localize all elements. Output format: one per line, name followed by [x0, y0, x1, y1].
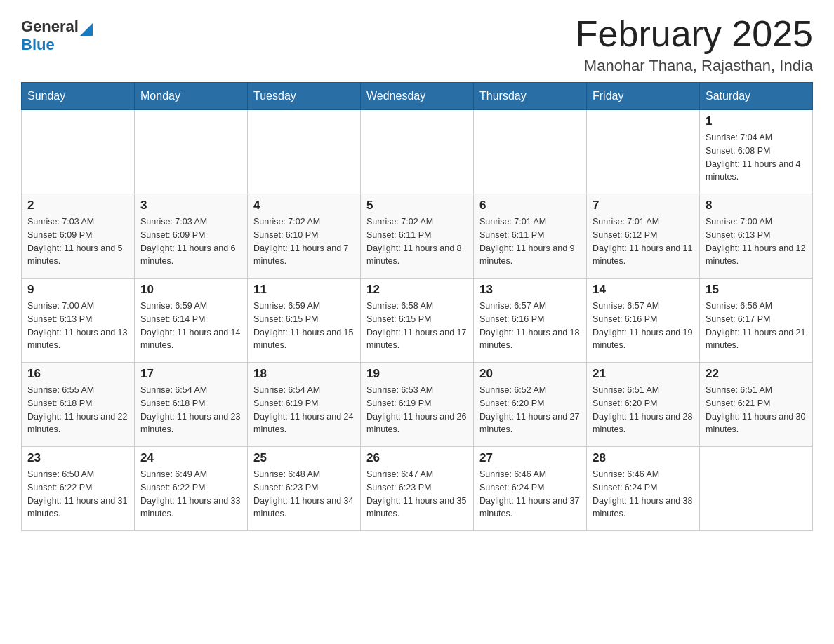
logo: General Blue	[21, 18, 93, 54]
svg-marker-0	[80, 23, 93, 36]
day-number: 21	[593, 367, 694, 381]
day-number: 27	[479, 451, 581, 465]
day-info: Sunrise: 6:53 AMSunset: 6:19 PMDaylight:…	[366, 384, 468, 436]
calendar-week-1: 1Sunrise: 7:04 AMSunset: 6:08 PMDaylight…	[22, 110, 813, 194]
day-number: 2	[27, 199, 128, 213]
day-number: 8	[706, 199, 807, 213]
header-tuesday: Tuesday	[248, 83, 361, 110]
day-info: Sunrise: 6:46 AMSunset: 6:24 PMDaylight:…	[479, 468, 581, 521]
day-number: 10	[140, 283, 241, 297]
calendar-cell-w3-d2: 11Sunrise: 6:59 AMSunset: 6:15 PMDayligh…	[248, 279, 361, 363]
calendar-cell-w5-d2: 25Sunrise: 6:48 AMSunset: 6:23 PMDayligh…	[248, 447, 361, 531]
logo-blue-text: Blue	[21, 36, 55, 53]
calendar-cell-w4-d2: 18Sunrise: 6:54 AMSunset: 6:19 PMDayligh…	[248, 363, 361, 447]
calendar-week-2: 2Sunrise: 7:03 AMSunset: 6:09 PMDaylight…	[22, 194, 813, 279]
day-info: Sunrise: 7:03 AMSunset: 6:09 PMDaylight:…	[27, 215, 128, 268]
calendar-week-4: 16Sunrise: 6:55 AMSunset: 6:18 PMDayligh…	[22, 363, 813, 447]
day-number: 7	[593, 199, 694, 213]
calendar-week-3: 9Sunrise: 7:00 AMSunset: 6:13 PMDaylight…	[22, 279, 813, 363]
header-monday: Monday	[135, 83, 248, 110]
calendar-cell-w2-d0: 2Sunrise: 7:03 AMSunset: 6:09 PMDaylight…	[22, 194, 135, 279]
day-number: 22	[706, 367, 807, 381]
calendar-cell-w1-d0	[22, 110, 135, 194]
day-number: 11	[253, 283, 355, 297]
day-number: 26	[366, 451, 468, 465]
day-number: 28	[593, 451, 694, 465]
calendar-cell-w3-d1: 10Sunrise: 6:59 AMSunset: 6:14 PMDayligh…	[135, 279, 248, 363]
calendar-cell-w5-d6	[700, 447, 813, 531]
day-number: 16	[27, 367, 128, 381]
day-info: Sunrise: 7:03 AMSunset: 6:09 PMDaylight:…	[140, 215, 241, 268]
day-number: 17	[140, 367, 241, 381]
calendar-cell-w4-d4: 20Sunrise: 6:52 AMSunset: 6:20 PMDayligh…	[474, 363, 587, 447]
day-number: 25	[253, 451, 355, 465]
logo-triangle-icon	[80, 23, 93, 36]
calendar-cell-w1-d2	[248, 110, 361, 194]
day-info: Sunrise: 6:57 AMSunset: 6:16 PMDaylight:…	[479, 300, 581, 352]
location-title: Manohar Thana, Rajasthan, India	[576, 57, 813, 75]
day-info: Sunrise: 6:59 AMSunset: 6:15 PMDaylight:…	[253, 300, 355, 352]
calendar-table: Sunday Monday Tuesday Wednesday Thursday…	[21, 82, 813, 531]
day-info: Sunrise: 7:00 AMSunset: 6:13 PMDaylight:…	[706, 215, 807, 268]
calendar-cell-w5-d0: 23Sunrise: 6:50 AMSunset: 6:22 PMDayligh…	[22, 447, 135, 531]
calendar-cell-w1-d3	[361, 110, 474, 194]
day-number: 15	[706, 283, 807, 297]
calendar-cell-w4-d6: 22Sunrise: 6:51 AMSunset: 6:21 PMDayligh…	[700, 363, 813, 447]
calendar-cell-w2-d4: 6Sunrise: 7:01 AMSunset: 6:11 PMDaylight…	[474, 194, 587, 279]
day-number: 14	[593, 283, 694, 297]
calendar-cell-w2-d2: 4Sunrise: 7:02 AMSunset: 6:10 PMDaylight…	[248, 194, 361, 279]
day-info: Sunrise: 6:48 AMSunset: 6:23 PMDaylight:…	[253, 468, 355, 521]
day-info: Sunrise: 6:52 AMSunset: 6:20 PMDaylight:…	[479, 384, 581, 436]
day-info: Sunrise: 6:50 AMSunset: 6:22 PMDaylight:…	[27, 468, 128, 521]
day-info: Sunrise: 6:49 AMSunset: 6:22 PMDaylight:…	[140, 468, 241, 521]
day-info: Sunrise: 7:02 AMSunset: 6:11 PMDaylight:…	[366, 215, 468, 268]
calendar-cell-w3-d4: 13Sunrise: 6:57 AMSunset: 6:16 PMDayligh…	[474, 279, 587, 363]
day-number: 6	[479, 199, 581, 213]
day-info: Sunrise: 6:47 AMSunset: 6:23 PMDaylight:…	[366, 468, 468, 521]
logo-general-text: General	[21, 18, 79, 36]
day-number: 3	[140, 199, 241, 213]
day-info: Sunrise: 7:04 AMSunset: 6:08 PMDaylight:…	[706, 131, 807, 184]
day-number: 4	[253, 199, 355, 213]
calendar-cell-w5-d4: 27Sunrise: 6:46 AMSunset: 6:24 PMDayligh…	[474, 447, 587, 531]
calendar-cell-w3-d5: 14Sunrise: 6:57 AMSunset: 6:16 PMDayligh…	[587, 279, 700, 363]
calendar-cell-w2-d6: 8Sunrise: 7:00 AMSunset: 6:13 PMDaylight…	[700, 194, 813, 279]
day-info: Sunrise: 7:01 AMSunset: 6:11 PMDaylight:…	[479, 215, 581, 268]
day-info: Sunrise: 6:51 AMSunset: 6:20 PMDaylight:…	[593, 384, 694, 436]
day-info: Sunrise: 7:00 AMSunset: 6:13 PMDaylight:…	[27, 300, 128, 352]
day-number: 13	[479, 283, 581, 297]
month-title: February 2025	[576, 14, 813, 54]
calendar-cell-w4-d0: 16Sunrise: 6:55 AMSunset: 6:18 PMDayligh…	[22, 363, 135, 447]
title-section: February 2025 Manohar Thana, Rajasthan, …	[576, 14, 813, 75]
calendar-cell-w1-d1	[135, 110, 248, 194]
page-header: General Blue February 2025 Manohar Thana…	[21, 14, 813, 75]
day-number: 9	[27, 283, 128, 297]
header-friday: Friday	[587, 83, 700, 110]
day-info: Sunrise: 7:02 AMSunset: 6:10 PMDaylight:…	[253, 215, 355, 268]
calendar-cell-w1-d4	[474, 110, 587, 194]
day-info: Sunrise: 6:56 AMSunset: 6:17 PMDaylight:…	[706, 300, 807, 352]
calendar-cell-w2-d3: 5Sunrise: 7:02 AMSunset: 6:11 PMDaylight…	[361, 194, 474, 279]
calendar-cell-w5-d1: 24Sunrise: 6:49 AMSunset: 6:22 PMDayligh…	[135, 447, 248, 531]
day-info: Sunrise: 6:55 AMSunset: 6:18 PMDaylight:…	[27, 384, 128, 436]
day-info: Sunrise: 6:54 AMSunset: 6:18 PMDaylight:…	[140, 384, 241, 436]
calendar-cell-w1-d6: 1Sunrise: 7:04 AMSunset: 6:08 PMDaylight…	[700, 110, 813, 194]
day-info: Sunrise: 7:01 AMSunset: 6:12 PMDaylight:…	[593, 215, 694, 268]
day-info: Sunrise: 6:54 AMSunset: 6:19 PMDaylight:…	[253, 384, 355, 436]
day-number: 1	[706, 114, 807, 128]
day-number: 23	[27, 451, 128, 465]
header-wednesday: Wednesday	[361, 83, 474, 110]
calendar-cell-w4-d1: 17Sunrise: 6:54 AMSunset: 6:18 PMDayligh…	[135, 363, 248, 447]
calendar-cell-w4-d5: 21Sunrise: 6:51 AMSunset: 6:20 PMDayligh…	[587, 363, 700, 447]
day-info: Sunrise: 6:46 AMSunset: 6:24 PMDaylight:…	[593, 468, 694, 521]
day-number: 5	[366, 199, 468, 213]
day-number: 12	[366, 283, 468, 297]
calendar-header-row: Sunday Monday Tuesday Wednesday Thursday…	[22, 83, 813, 110]
calendar-cell-w3-d0: 9Sunrise: 7:00 AMSunset: 6:13 PMDaylight…	[22, 279, 135, 363]
calendar-cell-w5-d5: 28Sunrise: 6:46 AMSunset: 6:24 PMDayligh…	[587, 447, 700, 531]
day-number: 20	[479, 367, 581, 381]
calendar-cell-w4-d3: 19Sunrise: 6:53 AMSunset: 6:19 PMDayligh…	[361, 363, 474, 447]
header-thursday: Thursday	[474, 83, 587, 110]
header-sunday: Sunday	[22, 83, 135, 110]
day-info: Sunrise: 6:59 AMSunset: 6:14 PMDaylight:…	[140, 300, 241, 352]
